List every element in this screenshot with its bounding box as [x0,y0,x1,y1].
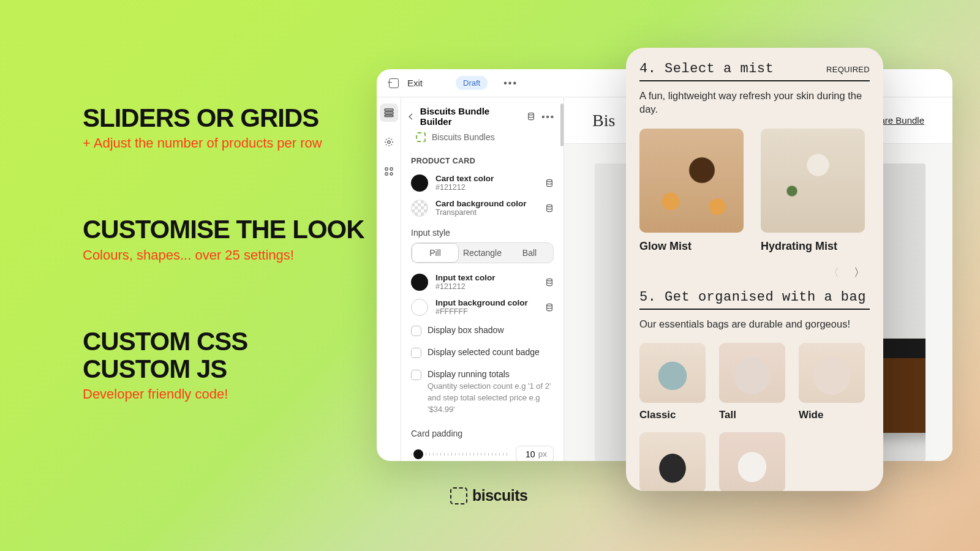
step-5-num: 5. [639,290,656,305]
padding-unit: px [538,449,547,459]
rail-settings-icon[interactable] [380,133,398,151]
input-style-label: Input style [401,220,564,242]
database-icon[interactable] [545,179,554,187]
breadcrumb[interactable]: Biscuits Bundle Builder ••• [401,105,564,128]
headline-3: CUSTOM CSS CUSTOM JS Developer friendly … [83,328,364,403]
product-image [719,343,785,403]
swatch-icon [411,299,428,316]
padding-input[interactable] [522,449,538,459]
checkbox-icon[interactable] [411,370,421,380]
chevron-left-icon[interactable] [409,113,415,119]
svg-point-8 [529,113,534,115]
svg-rect-4 [385,168,388,170]
svg-rect-5 [390,168,393,170]
product-bag-extra-2[interactable] [719,432,785,491]
app-name: Biscuits Bundles [432,132,495,142]
product-label: Tall [719,409,785,421]
card-text-color[interactable]: Card text color #121212 [401,170,564,195]
carousel-pager: 〈 〉 [639,261,870,287]
padding-slider[interactable] [411,453,508,455]
more-menu-icon[interactable]: ••• [503,78,518,89]
store-brand: Bis [592,111,615,130]
input-text-color[interactable]: Input text color #121212 [401,269,564,294]
padding-input-wrap[interactable]: px [516,446,554,461]
swatch-icon [411,200,428,217]
step-5-header: 5. Get organised with a bag [639,290,870,310]
more-icon[interactable]: ••• [541,111,555,122]
svg-point-11 [547,279,552,281]
checkbox-box-shadow[interactable]: Display box shadow [401,320,564,342]
product-wide-bag[interactable]: Wide [799,343,865,421]
input-style-segmented: Pill Rectangle Ball [411,242,554,263]
step-4-blurb: A fun, lightweight way refresh your skin… [639,89,870,116]
field-name: Card background color [435,199,538,208]
chevron-right-icon[interactable]: 〉 [854,265,865,280]
step-4-num: 4. [639,61,656,77]
brand-logo-icon [450,487,467,504]
checkbox-icon[interactable] [411,348,421,358]
product-label: Wide [799,409,865,421]
product-classic-bag[interactable]: Classic [639,343,706,421]
svg-rect-0 [385,109,393,111]
product-image [799,343,865,403]
step-4-title: Select a mist [665,61,774,77]
product-tall-bag[interactable]: Tall [719,343,785,421]
checkbox-label: Display box shadow [428,325,504,335]
section-label: PRODUCT CARD [401,147,564,170]
database-icon[interactable] [545,278,554,287]
mini-rail [377,97,401,461]
svg-rect-1 [385,112,393,114]
step-5-title: Get organised with a bag [665,290,866,305]
segment-pill[interactable]: Pill [412,243,459,263]
product-glow-mist[interactable]: Glow Mist [639,129,744,253]
field-value: Transparent [435,208,538,217]
field-value: #FFFFFF [435,307,538,316]
chevron-left-icon[interactable]: 〈 [828,265,839,280]
product-label: Classic [639,409,706,421]
app-row[interactable]: Biscuits Bundles [401,128,564,147]
product-bag-extra-1[interactable] [639,432,706,491]
headline-2-title: CUSTOMISE THE LOOK [83,216,364,243]
svg-point-3 [387,141,390,143]
database-icon[interactable] [527,112,535,121]
breadcrumb-label: Biscuits Bundle Builder [420,106,521,127]
product-image [639,129,744,233]
card-padding-slider-row: px [401,443,564,461]
database-icon[interactable] [545,204,554,212]
swatch-icon [411,274,428,291]
field-name: Input background color [435,298,538,307]
headline-1-sub: + Adjust the number of products per row [83,135,364,151]
segment-ball[interactable]: Ball [506,243,553,263]
checkbox-icon[interactable] [411,326,421,336]
slider-thumb-icon[interactable] [413,449,423,459]
database-icon[interactable] [545,303,554,312]
headline-3-sub: Developer friendly code! [83,386,364,402]
headline-1-title: SLIDERS OR GRIDS [83,104,364,132]
field-value: #121212 [435,282,538,291]
input-bg-color[interactable]: Input background color #FFFFFF [401,294,564,320]
app-logo-icon [416,132,426,142]
headline-2-sub: Colours, shapes... over 25 settings! [83,247,364,263]
checkbox-running-totals[interactable]: Display running totals Quantity selectio… [401,364,564,421]
checkbox-count-badge[interactable]: Display selected count badge [401,342,564,364]
swatch-icon [411,174,428,192]
product-image [639,432,706,491]
checkbox-label: Display selected count badge [428,347,540,357]
checkbox-description: Quantity selection count e.g '1 of 2' an… [428,381,554,416]
field-value: #121212 [435,183,538,192]
exit-button[interactable]: Exit [407,78,423,88]
svg-rect-2 [385,115,393,117]
draft-badge: Draft [456,76,488,90]
field-name: Card text color [435,174,538,183]
exit-icon[interactable] [389,78,399,88]
product-hydrating-mist[interactable]: Hydrating Mist [761,129,865,253]
field-name: Input text color [435,273,538,282]
card-bg-color[interactable]: Card background color Transparent [401,195,564,220]
step-4-header: 4. Select a mist REQUIRED [639,61,870,81]
mist-grid: Glow Mist Hydrating Mist [639,129,870,253]
rail-sections-icon[interactable] [380,103,398,122]
rail-apps-icon[interactable] [380,162,398,181]
segment-rectangle[interactable]: Rectangle [459,243,506,263]
headline-2: CUSTOMISE THE LOOK Colours, shapes... ov… [83,216,364,263]
step-5-blurb: Our essentials bags are durable and gorg… [639,317,870,331]
